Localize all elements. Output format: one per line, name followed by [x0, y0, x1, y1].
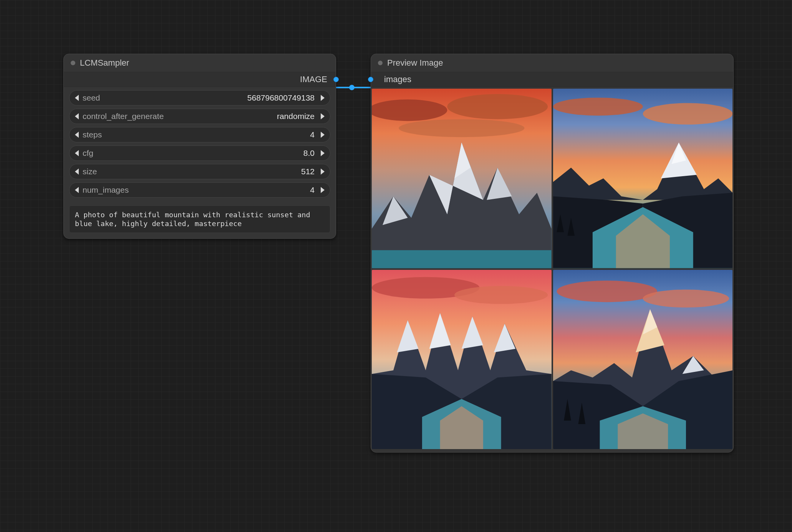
input-port-socket[interactable] — [368, 77, 373, 82]
preview-image-2[interactable] — [553, 89, 733, 268]
nimg-label: num_images — [83, 185, 129, 195]
output-port-row: IMAGE — [64, 72, 336, 87]
svg-point-23 — [454, 286, 548, 304]
seed-value[interactable]: 568796800749138 — [247, 93, 315, 102]
nimg-value[interactable]: 4 — [310, 185, 315, 195]
svg-rect-10 — [372, 250, 552, 268]
input-port-row: images — [371, 72, 733, 87]
num-images-widget[interactable]: num_images 4 — [69, 182, 330, 198]
cag-value[interactable]: randomize — [277, 112, 315, 121]
node-collapse-dot-icon[interactable] — [378, 61, 383, 65]
preview-image-3[interactable] — [372, 270, 552, 449]
nimg-decrement-icon[interactable] — [75, 187, 79, 193]
svg-point-12 — [643, 103, 732, 124]
steps-decrement-icon[interactable] — [75, 132, 79, 138]
lcmsampler-node[interactable]: LCMSampler IMAGE seed 568796800749138 co… — [63, 54, 336, 239]
node-title: LCMSampler — [80, 58, 129, 68]
nimg-increment-icon[interactable] — [321, 187, 325, 193]
svg-point-2 — [372, 99, 447, 121]
prompt-textarea[interactable]: A photo of beautiful mountain with reali… — [69, 205, 330, 233]
svg-point-1 — [349, 85, 355, 90]
cag-prev-icon[interactable] — [75, 113, 79, 119]
size-increment-icon[interactable] — [321, 169, 325, 175]
input-port-label: images — [384, 74, 411, 84]
connection-wire — [333, 84, 375, 91]
svg-marker-13 — [553, 142, 733, 200]
svg-marker-25 — [397, 320, 418, 352]
svg-marker-27 — [462, 316, 483, 349]
output-port-label: IMAGE — [300, 74, 327, 84]
cfg-label: cfg — [83, 149, 93, 158]
preview-image-node[interactable]: Preview Image images — [371, 54, 734, 453]
output-port-socket[interactable] — [333, 77, 339, 82]
seed-widget[interactable]: seed 568796800749138 — [69, 90, 330, 106]
seed-decrement-icon[interactable] — [75, 95, 79, 101]
cfg-value[interactable]: 8.0 — [303, 149, 315, 158]
preview-image-4[interactable] — [553, 270, 733, 449]
cag-next-icon[interactable] — [321, 113, 325, 119]
cfg-widget[interactable]: cfg 8.0 — [69, 145, 330, 161]
cfg-increment-icon[interactable] — [321, 150, 325, 156]
cfg-decrement-icon[interactable] — [75, 150, 79, 156]
svg-point-34 — [643, 289, 729, 307]
steps-increment-icon[interactable] — [321, 132, 325, 138]
control-after-generate-widget[interactable]: control_after_generate randomize — [69, 109, 330, 124]
seed-increment-icon[interactable] — [321, 95, 325, 101]
size-decrement-icon[interactable] — [75, 169, 79, 175]
node-collapse-dot-icon[interactable] — [71, 61, 75, 65]
preview-image-1[interactable] — [372, 89, 552, 268]
svg-marker-26 — [429, 313, 451, 349]
steps-value[interactable]: 4 — [310, 130, 315, 139]
steps-label: steps — [83, 130, 102, 139]
svg-point-33 — [557, 281, 657, 302]
size-label: size — [83, 167, 97, 176]
seed-label: seed — [83, 93, 100, 102]
node-header[interactable]: Preview Image — [371, 54, 733, 72]
cag-label: control_after_generate — [83, 112, 164, 121]
svg-point-3 — [447, 94, 548, 119]
widgets-container: seed 568796800749138 control_after_gener… — [64, 87, 336, 203]
canvas-background[interactable]: LCMSampler IMAGE seed 568796800749138 co… — [0, 0, 792, 532]
svg-point-4 — [399, 119, 524, 137]
steps-widget[interactable]: steps 4 — [69, 127, 330, 142]
node-header[interactable]: LCMSampler — [64, 54, 336, 72]
image-grid — [371, 87, 733, 452]
svg-marker-28 — [494, 324, 515, 352]
size-widget[interactable]: size 512 — [69, 164, 330, 179]
node-title: Preview Image — [387, 58, 443, 68]
size-value[interactable]: 512 — [301, 167, 315, 176]
svg-point-11 — [553, 97, 643, 116]
